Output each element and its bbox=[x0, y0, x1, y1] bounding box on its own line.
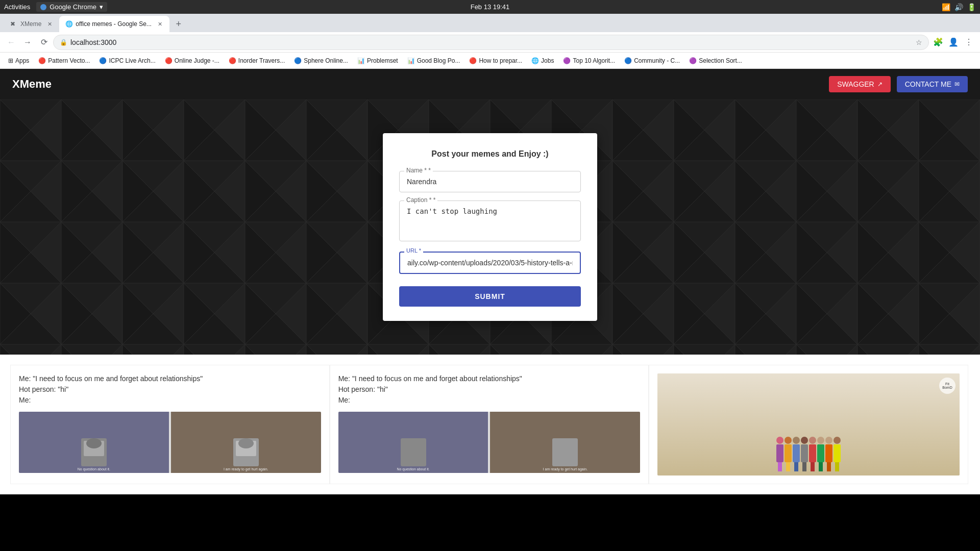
bookmark-problemset[interactable]: 📊 Problemset bbox=[353, 55, 402, 66]
os-datetime: Feb 13 19:41 bbox=[471, 3, 510, 11]
bookmark-jobs-favicon: 🌐 bbox=[531, 57, 539, 64]
bookmark-icpc[interactable]: 🔵 ICPC Live Arch... bbox=[95, 55, 159, 66]
bookmark-online-judge[interactable]: 🔴 Online Judge -... bbox=[161, 55, 224, 66]
name-input[interactable] bbox=[399, 171, 581, 192]
bookmark-goodblog[interactable]: 📊 Good Blog Po... bbox=[403, 55, 464, 66]
app-header: XMeme SWAGGER ↗ CONTACT ME ✉ bbox=[0, 69, 980, 99]
meme-image: No question about it. I am ready to get … bbox=[338, 412, 641, 473]
external-link-icon: ↗ bbox=[877, 81, 883, 88]
network-icon: 📶 bbox=[942, 3, 950, 11]
caption-label: Caption * bbox=[404, 196, 437, 204]
toolbar-right-icons: 🧩 👤 ⋮ bbox=[931, 35, 976, 49]
bookmark-community-label: Community - C... bbox=[634, 57, 680, 64]
menu-button[interactable]: ⋮ bbox=[962, 35, 976, 49]
submit-button[interactable]: SUBMIT bbox=[399, 286, 581, 307]
tab-xmeme-title: XMeme bbox=[20, 20, 41, 28]
name-field-group: Name * bbox=[399, 171, 581, 192]
bookmark-selection-favicon: 🟣 bbox=[689, 57, 697, 64]
url-input[interactable] bbox=[399, 252, 581, 274]
volume-icon: 🔊 bbox=[954, 3, 963, 11]
bookmark-ps-label: Problemset bbox=[367, 57, 398, 64]
new-tab-button[interactable]: + bbox=[172, 17, 186, 31]
swagger-button[interactable]: SWAGGER ↗ bbox=[829, 76, 891, 92]
reload-button[interactable]: ⟳ bbox=[37, 35, 51, 49]
watermark-badge: Fit BomD bbox=[939, 378, 955, 394]
caption-input[interactable]: I can't stop laughing bbox=[399, 201, 581, 241]
memes-section: Me: "I need to focus on me and forget ab… bbox=[0, 355, 980, 494]
bookmark-pattern-favicon: 🔴 bbox=[38, 57, 46, 64]
bookmark-icpc-label: ICPC Live Arch... bbox=[109, 57, 155, 64]
form-card: Post your memes and Enjoy :) Name * Capt… bbox=[383, 133, 597, 321]
url-field-group: URL * bbox=[399, 252, 581, 274]
tab-google-title: office memes - Google Se... bbox=[76, 20, 152, 28]
tab-google-close[interactable]: ✕ bbox=[157, 20, 163, 29]
lock-icon: 🔒 bbox=[60, 39, 67, 46]
os-status-icons: 📶 🔊 🔋 bbox=[942, 3, 976, 11]
os-app-name: Google Chrome bbox=[50, 3, 96, 11]
meme-card: Me: "I need to focus on me and forget ab… bbox=[10, 365, 330, 484]
header-buttons: SWAGGER ↗ CONTACT ME ✉ bbox=[829, 76, 968, 92]
bookmark-community[interactable]: 🔵 Community - C... bbox=[620, 55, 684, 66]
bookmark-top10[interactable]: 🟣 Top 10 Algorit... bbox=[559, 55, 619, 66]
tab-xmeme[interactable]: ✖ XMeme ✕ bbox=[4, 16, 59, 32]
browser-tabs-bar: ✖ XMeme ✕ 🌐 office memes - Google Se... … bbox=[0, 14, 980, 32]
back-button[interactable]: ← bbox=[4, 35, 18, 49]
bookmark-gb-favicon: 📊 bbox=[407, 57, 415, 64]
os-bar: Activities Google Chrome ▾ Feb 13 19:41 … bbox=[0, 0, 980, 14]
os-dropdown-icon: ▾ bbox=[100, 3, 103, 11]
extensions-button[interactable]: 🧩 bbox=[931, 35, 945, 49]
os-activities[interactable]: Activities bbox=[4, 3, 30, 11]
bookmark-pattern-label: Pattern Vecto... bbox=[48, 57, 90, 64]
meme-text: Me: "I need to focus on me and forget ab… bbox=[19, 373, 321, 406]
bookmark-inorder[interactable]: 🔴 Inorder Travers... bbox=[225, 55, 289, 66]
battery-icon: 🔋 bbox=[967, 3, 976, 11]
bookmarks-bar: ⊞ Apps 🔴 Pattern Vecto... 🔵 ICPC Live Ar… bbox=[0, 53, 980, 69]
bookmark-selection-label: Selection Sort... bbox=[699, 57, 742, 64]
caption-field-group: Caption * I can't stop laughing bbox=[399, 201, 581, 243]
bookmark-howto[interactable]: 🔴 How to prepar... bbox=[465, 55, 526, 66]
form-title: Post your memes and Enjoy :) bbox=[399, 149, 581, 159]
bookmark-oj-favicon: 🔴 bbox=[165, 57, 173, 64]
contact-label: CONTACT ME bbox=[905, 80, 951, 88]
page-wrapper: XMeme SWAGGER ↗ CONTACT ME ✉ bbox=[0, 69, 980, 551]
bookmark-sphere-favicon: 🔵 bbox=[294, 57, 302, 64]
profile-button[interactable]: 👤 bbox=[946, 35, 961, 49]
os-bar-left: Activities Google Chrome ▾ bbox=[4, 2, 107, 12]
bookmark-top10-label: Top 10 Algorit... bbox=[573, 57, 615, 64]
swagger-label: SWAGGER bbox=[837, 80, 874, 88]
tab-google[interactable]: 🌐 office memes - Google Se... ✕ bbox=[59, 16, 169, 32]
bookmark-star-icon[interactable]: ☆ bbox=[916, 38, 922, 46]
bookmark-jobs-label: Jobs bbox=[541, 57, 554, 64]
bookmark-sphere-label: Sphere Online... bbox=[304, 57, 348, 64]
meme-card: Fit BomD bbox=[649, 365, 968, 484]
bookmark-apps-label: Apps bbox=[15, 57, 29, 64]
bookmark-selection[interactable]: 🟣 Selection Sort... bbox=[685, 55, 746, 66]
bookmark-community-favicon: 🔵 bbox=[624, 57, 632, 64]
bookmark-howto-label: How to prepar... bbox=[479, 57, 522, 64]
browser-toolbar: ← → ⟳ 🔒 localhost:3000 ☆ 🧩 👤 ⋮ bbox=[0, 32, 980, 53]
apps-icon: ⊞ bbox=[8, 57, 13, 64]
bookmark-sphere[interactable]: 🔵 Sphere Online... bbox=[290, 55, 352, 66]
meme-text: Me: "I need to focus on me and forget ab… bbox=[338, 373, 641, 406]
bookmark-apps[interactable]: ⊞ Apps bbox=[4, 55, 33, 66]
chrome-dot bbox=[40, 4, 46, 10]
tab-google-favicon: 🌐 bbox=[65, 20, 72, 28]
forward-button[interactable]: → bbox=[20, 35, 35, 49]
bookmark-inorder-favicon: 🔴 bbox=[229, 57, 236, 64]
meme-card: Me: "I need to focus on me and forget ab… bbox=[330, 365, 649, 484]
address-bar[interactable]: 🔒 localhost:3000 ☆ bbox=[53, 35, 929, 50]
bookmark-pattern[interactable]: 🔴 Pattern Vecto... bbox=[34, 55, 94, 66]
tab-xmeme-close[interactable]: ✕ bbox=[46, 20, 53, 29]
meme-image: No question about it. I am ready to get … bbox=[19, 412, 321, 473]
bookmark-top10-favicon: 🟣 bbox=[563, 57, 571, 64]
app-logo[interactable]: XMeme bbox=[12, 78, 52, 91]
contact-button[interactable]: CONTACT ME ✉ bbox=[897, 76, 968, 92]
bookmark-inorder-label: Inorder Travers... bbox=[238, 57, 285, 64]
os-chrome-tab-indicator: Google Chrome ▾ bbox=[36, 2, 107, 12]
bookmark-icpc-favicon: 🔵 bbox=[99, 57, 107, 64]
name-label: Name * bbox=[404, 167, 433, 174]
bookmark-ps-favicon: 📊 bbox=[357, 57, 365, 64]
bookmark-howto-favicon: 🔴 bbox=[469, 57, 477, 64]
main-bg-section: Post your memes and Enjoy :) Name * Capt… bbox=[0, 99, 980, 355]
bookmark-jobs[interactable]: 🌐 Jobs bbox=[527, 55, 558, 66]
